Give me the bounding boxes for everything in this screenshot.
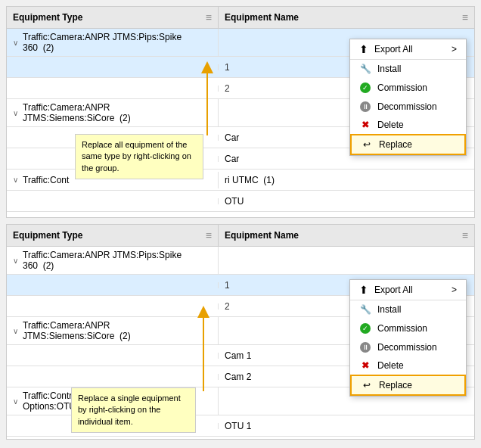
top-row-group-3-label: Traffic:Cont: [23, 175, 69, 185]
bottom-menu-commission[interactable]: ✓ Commission: [350, 319, 466, 338]
top-menu-export[interactable]: ⬆ Export All >: [350, 39, 466, 59]
bottom-menu-decommission-label: Decommission: [377, 342, 437, 353]
top-row-group-2-type: ∨ Traffic:Camera:ANPR JTMS:Siemens:SiCor…: [7, 99, 219, 126]
top-menu-install-icon: 🔧: [359, 64, 371, 74]
bottom-row-group-1-label: Traffic:Camera:ANPR JTMS:Pips:Spike 360 …: [23, 250, 212, 271]
bottom-menu-replace[interactable]: ↩ Replace: [350, 375, 466, 396]
bottom-row-group-3-chevron: ∨: [13, 397, 18, 406]
bottom-menu-install-icon: 🔧: [359, 304, 371, 315]
bottom-col-type-label: Equipment Type: [13, 230, 82, 241]
top-menu-replace-icon: ↩: [361, 139, 373, 150]
top-row-group-1-label: Traffic:Camera:ANPR JTMS:Pips:Spike 360 …: [23, 32, 212, 53]
top-menu-delete[interactable]: ✖ Delete: [350, 116, 466, 134]
bottom-menu-export-label: Export All: [374, 285, 413, 295]
top-row-sub-1-1-type: [7, 64, 219, 70]
top-menu-decommission-icon: ⏸: [359, 101, 371, 112]
top-menu-export-arrow: >: [452, 44, 457, 54]
bottom-col-name-header: Equipment Name ≡: [219, 225, 474, 246]
top-row-sub-3-1-type: [7, 198, 219, 204]
top-menu-delete-icon: ✖: [359, 120, 371, 130]
bottom-menu-export-arrow: >: [452, 285, 457, 295]
top-col-name-header: Equipment Name ≡: [219, 7, 474, 28]
top-row-group-1-type: ∨ Traffic:Camera:ANPR JTMS:Pips:Spike 36…: [7, 29, 219, 56]
bottom-menu-export[interactable]: ⬆ Export All >: [350, 280, 466, 300]
bottom-row-group-2-chevron: ∨: [13, 327, 18, 335]
top-row-sub-3-1-name: OTU: [219, 193, 474, 210]
top-col-type-header: Equipment Type ≡: [7, 7, 219, 28]
top-menu-decommission[interactable]: ⏸ Decommission: [350, 97, 466, 116]
top-menu-replace-label: Replace: [379, 139, 412, 150]
bottom-context-menu: ⬆ Export All > 🔧 Install ✓ Commission ⏸ …: [349, 279, 467, 397]
bottom-row-group-3-name: [219, 398, 474, 404]
bottom-menu-replace-label: Replace: [379, 380, 412, 390]
bottom-row-sub-1-1-num: 1: [225, 280, 233, 291]
top-col-type-label: Equipment Type: [13, 12, 82, 23]
top-row-group-2-label: Traffic:Camera:ANPR JTMS:Siemens:SiCore …: [23, 102, 212, 123]
bottom-col-name-label: Equipment Name: [225, 230, 299, 241]
top-menu-commission-label: Commission: [377, 82, 427, 93]
top-tooltip: Replace all equipment of the same type b…: [75, 134, 203, 179]
top-menu-replace[interactable]: ↩ Replace: [350, 134, 466, 155]
bottom-row-sub-2-1-type: [7, 353, 219, 359]
bottom-tooltip: Replace a single equipment by right-clic…: [71, 387, 196, 433]
bottom-col-type-menu-icon: ≡: [206, 229, 212, 241]
top-row-group-3-chevron: ∨: [13, 176, 18, 184]
bottom-row-group-1-chevron: ∨: [13, 257, 18, 265]
bottom-row-group-1[interactable]: ∨ Traffic:Camera:ANPR JTMS:Pips:Spike 36…: [7, 247, 474, 275]
bottom-row-group-4[interactable]: ∨ Traffic:Controlle: [7, 437, 474, 440]
bottom-panel: Equipment Type ≡ Equipment Name ≡ ∨ Traf…: [6, 224, 475, 440]
top-context-menu: ⬆ Export All > 🔧 Install ✓ Commission ⏸ …: [349, 39, 467, 156]
top-menu-commission-icon: ✓: [359, 82, 371, 93]
top-col-name-menu-icon: ≡: [462, 11, 468, 23]
bottom-row-group-1-type: ∨ Traffic:Camera:ANPR JTMS:Pips:Spike 36…: [7, 247, 219, 274]
bottom-menu-install[interactable]: 🔧 Install: [350, 300, 466, 319]
top-row-sub-1-2-type: [7, 86, 219, 92]
bottom-table-header: Equipment Type ≡ Equipment Name ≡: [7, 225, 474, 247]
bottom-menu-replace-icon: ↩: [361, 380, 373, 390]
top-table-header: Equipment Type ≡ Equipment Name ≡: [7, 7, 474, 29]
bottom-menu-commission-icon: ✓: [359, 322, 371, 334]
top-tooltip-text: Replace all equipment of the same type b…: [82, 140, 191, 173]
top-panel: Equipment Type ≡ Equipment Name ≡ ∨ Traf…: [6, 6, 475, 218]
bottom-row-group-4-type: ∨ Traffic:Controlle: [7, 439, 219, 440]
top-menu-commission[interactable]: ✓ Commission: [350, 78, 466, 97]
bottom-row-sub-1-2-num: 2: [225, 301, 233, 312]
top-row-sub-1-2-num: 2: [225, 83, 233, 94]
top-menu-export-label: Export All: [374, 44, 413, 54]
bottom-row-sub-1-2-type: [7, 303, 219, 310]
bottom-row-sub-3-1-name: OTU 1: [219, 418, 474, 434]
bottom-menu-decommission[interactable]: ⏸ Decommission: [350, 338, 466, 356]
bottom-tooltip-text: Replace a single equipment by right-clic…: [78, 394, 181, 426]
bottom-menu-decommission-icon: ⏸: [359, 341, 371, 353]
top-menu-export-icon: ⬆: [359, 43, 368, 55]
bottom-row-group-2-label: Traffic:Camera:ANPR JTMS:Siemens:SiCore …: [23, 320, 212, 341]
top-row-group-1-chevron: ∨: [13, 39, 18, 47]
bottom-col-type-header: Equipment Type ≡: [7, 225, 219, 246]
bottom-row-group-1-name: [219, 257, 474, 263]
top-row-group-2-chevron: ∨: [13, 109, 18, 117]
top-row-sub-3-1[interactable]: OTU: [7, 191, 474, 212]
bottom-col-name-menu-icon: ≡: [462, 229, 468, 241]
bottom-menu-commission-label: Commission: [377, 323, 427, 334]
top-row-sub-1-1-num: 1: [225, 62, 233, 73]
bottom-row-sub-2-2-type: [7, 374, 219, 380]
bottom-menu-delete-icon: ✖: [359, 360, 371, 371]
top-menu-install[interactable]: 🔧 Install: [350, 60, 466, 78]
bottom-menu-delete[interactable]: ✖ Delete: [350, 356, 466, 375]
top-menu-install-label: Install: [377, 64, 401, 74]
top-menu-delete-label: Delete: [377, 120, 404, 130]
top-row-group-3-name: ri UTMC (1): [219, 172, 474, 188]
top-col-type-menu-icon: ≡: [206, 11, 212, 23]
bottom-row-group-2-type: ∨ Traffic:Camera:ANPR JTMS:Siemens:SiCor…: [7, 317, 219, 344]
top-col-name-label: Equipment Name: [225, 12, 299, 23]
bottom-row-sub-1-1-type: [7, 282, 219, 288]
bottom-menu-install-label: Install: [377, 304, 401, 315]
bottom-menu-export-icon: ⬆: [359, 284, 368, 296]
top-menu-decommission-label: Decommission: [377, 101, 437, 112]
bottom-menu-delete-label: Delete: [377, 360, 404, 371]
